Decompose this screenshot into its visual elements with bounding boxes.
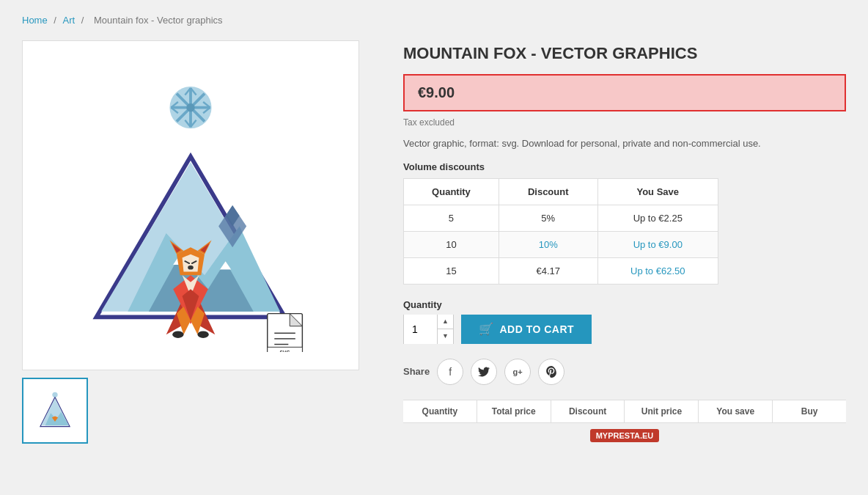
quantity-down-button[interactable]: ▼ <box>437 329 453 344</box>
googleplus-button[interactable]: g+ <box>504 359 531 385</box>
pinterest-button[interactable] <box>538 359 564 385</box>
breadcrumb-current: Mountain fox - Vector graphics <box>94 15 223 26</box>
quantity-arrows: ▲ ▼ <box>437 315 453 344</box>
breadcrumb-art[interactable]: Art <box>63 15 76 26</box>
table-row: 5 5% Up to €2.25 <box>404 205 718 231</box>
table-cell-discount: €4.17 <box>499 257 597 284</box>
bottom-col-quantity: Quantity <box>403 400 477 422</box>
bottom-col-discount: Discount <box>551 400 625 422</box>
quantity-input-wrapper: ▲ ▼ <box>403 315 454 344</box>
add-to-cart-label: ADD TO CART <box>499 323 574 335</box>
bottom-col-unit: Unit price <box>625 400 699 422</box>
quantity-input[interactable] <box>404 315 437 344</box>
breadcrumb-home[interactable]: Home <box>22 15 48 26</box>
footer-area: MYPRESTA.EU <box>403 423 846 442</box>
quantity-label: Quantity <box>403 299 846 310</box>
product-illustration: SVG SVG <box>51 59 330 352</box>
main-content: SVG SVG <box>22 40 846 444</box>
page-wrapper: Home / Art / Mountain fox - Vector graph… <box>0 0 868 495</box>
svg-point-13 <box>186 103 194 111</box>
svg-text:SVG: SVG <box>280 350 290 352</box>
table-row: 10 10% Up to €9.00 <box>404 231 718 257</box>
bottom-table-header: Quantity Total price Discount Unit price… <box>403 400 846 423</box>
table-row: 15 €4.17 Up to €62.50 <box>404 257 718 284</box>
discount-table: Quantity Discount You Save 5 5% Up to €2… <box>403 178 718 285</box>
svg-point-51 <box>52 392 57 397</box>
share-label: Share <box>403 366 430 377</box>
svg-point-37 <box>172 331 183 338</box>
product-title: MOUNTAIN FOX - VECTOR GRAPHICS <box>403 44 846 63</box>
table-header-yousave: You Save <box>597 178 718 205</box>
quantity-section: Quantity ▲ ▼ 🛒 ADD TO CART <box>403 299 846 344</box>
add-to-cart-button[interactable]: 🛒 ADD TO CART <box>461 315 592 344</box>
table-cell-qty: 10 <box>404 231 499 257</box>
volume-discounts-label: Volume discounts <box>403 161 846 172</box>
table-header-discount: Discount <box>499 178 597 205</box>
table-cell-save: Up to €2.25 <box>597 205 718 231</box>
svg-point-38 <box>198 331 209 338</box>
table-cell-discount: 5% <box>499 205 597 231</box>
facebook-button[interactable]: f <box>437 359 463 385</box>
twitter-button[interactable] <box>471 359 497 385</box>
left-panel: SVG SVG <box>22 40 374 444</box>
table-header-quantity: Quantity <box>404 178 499 205</box>
bottom-col-yousave: You save <box>699 400 773 422</box>
table-cell-qty: 15 <box>404 257 499 284</box>
product-image: SVG SVG <box>22 40 359 370</box>
breadcrumb: Home / Art / Mountain fox - Vector graph… <box>22 15 846 26</box>
tax-note: Tax excluded <box>403 117 846 128</box>
thumbnail-row <box>22 378 374 444</box>
bottom-col-buy: Buy <box>773 400 846 422</box>
right-panel: MOUNTAIN FOX - VECTOR GRAPHICS €9.00 Tax… <box>403 40 846 444</box>
table-cell-save: Up to €9.00 <box>597 231 718 257</box>
thumbnail-image[interactable] <box>22 378 88 444</box>
table-cell-qty: 5 <box>404 205 499 231</box>
mypresta-badge: MYPRESTA.EU <box>590 429 660 442</box>
quantity-up-button[interactable]: ▲ <box>437 315 453 330</box>
breadcrumb-sep-1: / <box>54 15 59 26</box>
price-value: €9.00 <box>418 84 455 100</box>
table-cell-save: Up to €62.50 <box>597 257 718 284</box>
share-row: Share f g+ <box>403 359 846 385</box>
product-description: Vector graphic, format: svg. Download fo… <box>403 136 846 151</box>
svg-point-32 <box>188 265 194 270</box>
cart-icon: 🛒 <box>479 322 494 336</box>
breadcrumb-sep-2: / <box>81 15 87 26</box>
quantity-row: ▲ ▼ 🛒 ADD TO CART <box>403 315 846 344</box>
bottom-col-total: Total price <box>477 400 551 422</box>
price-box: €9.00 <box>403 74 846 111</box>
table-cell-discount: 10% <box>499 231 597 257</box>
